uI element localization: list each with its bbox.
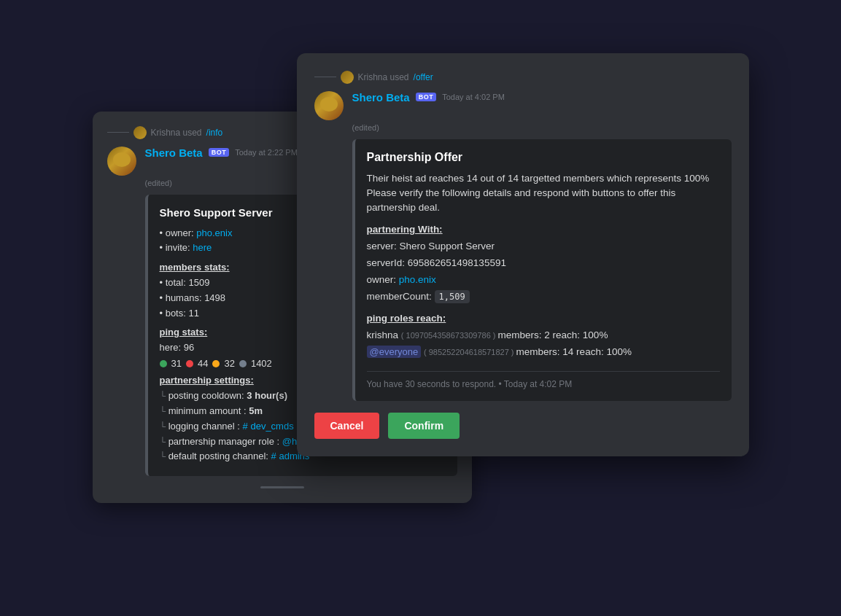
- cancel-button[interactable]: Cancel: [314, 413, 380, 439]
- avatar-offer: [314, 91, 344, 120]
- offline-count: 1402: [251, 358, 272, 369]
- idle-count: 32: [224, 358, 234, 369]
- offer-footer: You have 30 seconds to respond. • Today …: [367, 371, 720, 389]
- server-name: server: Shero Support Server serverId: 6…: [367, 238, 720, 305]
- partnering-with-label: partnering With:: [367, 224, 720, 235]
- dot-green: [160, 360, 167, 367]
- bot-name-offer: Shero Beta: [352, 91, 410, 104]
- avatar-info: [107, 147, 136, 176]
- command-user-offer: Krishna used: [358, 72, 409, 82]
- ping-roles-label: ping roles reach:: [367, 313, 720, 324]
- dot-red: [186, 360, 193, 367]
- command-value-info: /info: [206, 128, 223, 138]
- offer-desc: Their heist ad reaches 14 out of 14 targ…: [367, 171, 720, 216]
- bot-badge-offer: BOT: [416, 93, 437, 101]
- timestamp-offer: Today at 4:02 PM: [442, 93, 505, 101]
- confirm-button[interactable]: Confirm: [388, 413, 460, 439]
- edited-offer: (edited): [352, 123, 732, 132]
- timestamp-info: Today at 2:22 PM: [235, 148, 298, 157]
- command-value-offer: /offer: [414, 72, 433, 82]
- dot-gray: [239, 360, 247, 367]
- scrollbar[interactable]: [260, 486, 304, 488]
- everyone-mention: @everyone: [367, 346, 422, 358]
- online-count: 31: [171, 358, 182, 369]
- member-count-badge: 1,509: [435, 290, 470, 303]
- bot-name-info: Shero Beta: [145, 147, 203, 159]
- ping-roles-value: krishna ( 1097054358673309786 ) members:…: [367, 327, 720, 361]
- offer-card: Krishna used /offer Shero Beta BOT Today…: [297, 53, 749, 456]
- command-user-info: Krishna used: [151, 128, 202, 138]
- offer-title: Partnership Offer: [367, 151, 720, 164]
- offer-embed: Partnership Offer Their heist ad reaches…: [352, 139, 732, 401]
- bot-badge-info: BOT: [209, 148, 230, 157]
- avatar-small-info: [133, 126, 147, 139]
- action-buttons: Cancel Confirm: [314, 413, 732, 439]
- message-header-offer: Shero Beta BOT Today at 4:02 PM: [314, 91, 732, 120]
- command-line-offer: Krishna used /offer: [314, 71, 732, 84]
- avatar-small-offer: [341, 71, 354, 84]
- dnd-count: 44: [198, 358, 208, 369]
- dot-yellow: [212, 360, 220, 367]
